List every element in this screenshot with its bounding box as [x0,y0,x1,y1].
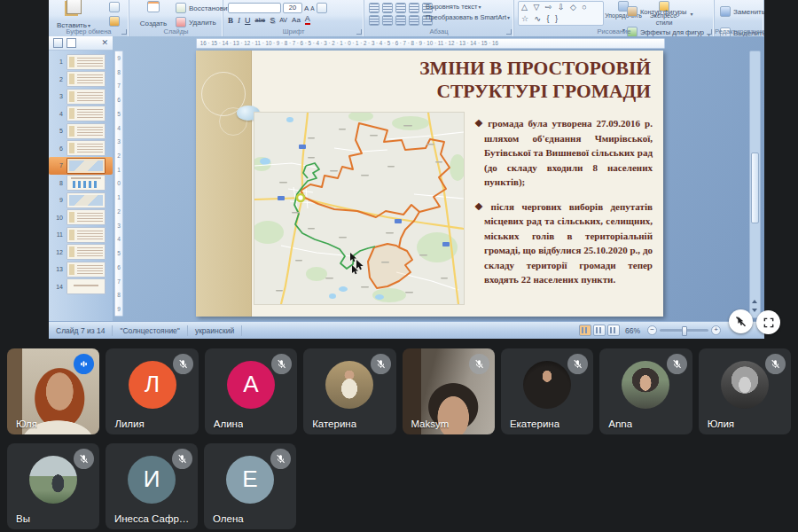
participant-tile[interactable]: Екатерина [501,348,593,434]
smartart-button[interactable]: Преобразовать в SmartArt [426,13,510,21]
slide-number: 7 [55,162,63,168]
slide-sorter-view-icon[interactable] [593,325,606,336]
font-format-button[interactable]: B [228,16,233,25]
participant-tile[interactable]: Maksym [403,348,495,434]
participant-tile[interactable]: Юля [7,348,99,434]
language-indicator[interactable]: украинский [188,325,242,336]
slide-thumbnail[interactable]: 6 [49,140,113,158]
slide-thumbnail-image [66,54,106,70]
increase-indent-icon[interactable] [409,3,419,13]
slide-thumbnail[interactable]: 4 [49,106,113,123]
avatar-initial: И [144,466,160,493]
slide-7[interactable]: ЗМІНИ В ПРОСТОРОВІЙ СТРУКТУРІ ГРОМАДИ [196,51,663,317]
paste-button[interactable]: Вставить [56,0,91,31]
justify-icon[interactable] [409,15,419,26]
next-slide-icon[interactable] [752,309,757,312]
slide-thumbnail[interactable]: 5 [49,122,113,140]
font-format-button[interactable]: A [305,15,310,25]
mic-muted-icon [371,354,391,374]
zoom-in-button[interactable]: + [711,325,721,335]
fullscreen-button[interactable] [756,310,780,334]
slide-thumbnail[interactable]: 12 [49,244,113,262]
participant-tile[interactable]: Юлия [699,348,791,434]
participant-tile[interactable]: Л [106,348,198,434]
font-format-button[interactable]: AV [279,17,287,23]
slide-thumbnail[interactable]: 11 [49,226,113,244]
slide-thumbnail[interactable]: 13 [49,261,113,278]
slide-thumbnail[interactable]: 14 [49,278,113,296]
avatar [325,361,373,409]
slide-thumbnail-image [66,175,106,191]
font-format-button[interactable]: Aa [292,16,301,24]
theme-name: "Солнцестояние" [113,325,187,336]
font-format-button[interactable]: S [270,16,275,25]
decrease-indent-icon[interactable] [395,3,406,13]
slide-thumbnail[interactable]: 8 [49,175,113,192]
zoom-slider[interactable] [660,329,708,332]
slide-thumbnail[interactable]: 3 [49,88,113,106]
slide-thumbnail[interactable]: 1 [49,53,113,71]
participants-row-1: Юля Л [7,348,791,434]
participant-tile[interactable]: Anna [599,348,692,434]
clipboard-icon [66,0,82,14]
font-name-select[interactable] [228,3,281,13]
normal-view-icon[interactable] [579,325,591,336]
slide-thumbnail[interactable]: 10 [49,209,113,227]
group-label-paragraph: Абзац [364,27,513,35]
zoom-out-button[interactable]: − [647,325,657,335]
shrink-font-icon[interactable]: A [310,5,314,12]
pointer-disabled-button[interactable] [729,309,753,333]
slide-thumbnail[interactable]: 7 [49,157,113,175]
slide-thumbnail-image [66,209,106,225]
shape-outline-button[interactable]: Контур фигуры [627,4,710,20]
dialog-launcher-icon[interactable] [356,29,362,35]
copy-icon[interactable] [109,2,120,12]
group-label-drawing: Рисование [514,27,714,35]
zoom-slider-thumb[interactable] [682,326,687,336]
slideshow-view-icon[interactable] [607,325,620,336]
participant-tile[interactable]: И [106,443,198,529]
font-format-button[interactable]: I [238,16,240,25]
align-center-icon[interactable] [382,15,393,26]
participant-name: Катерина [312,419,356,429]
slides-tab-icon[interactable] [53,38,63,48]
align-left-icon[interactable] [369,15,379,26]
bullets-icon[interactable] [369,3,379,13]
replace-button[interactable]: Заменить [720,4,764,20]
close-panel-icon[interactable]: ✕ [101,39,108,47]
participant-tile[interactable]: А [205,348,297,434]
scrollbar-thumb[interactable] [751,153,759,223]
slides-panel: ✕ 1 2 3 [49,36,113,322]
slide-thumbnail[interactable]: 2 [49,71,113,89]
dialog-launcher-icon[interactable] [707,29,712,35]
participant-tile[interactable]: Е [204,443,296,529]
zoom-level: 66% [625,326,640,335]
align-text-button[interactable]: Выровнять текст [426,3,510,11]
format-painter-icon[interactable] [109,16,120,27]
ruler-tick: 6 [117,97,121,103]
ruler-tick: 2 [117,153,121,159]
numbering-icon[interactable] [382,3,393,13]
align-right-icon[interactable] [395,15,406,26]
bullet-item: ❖громада була утворена 27.09.2016 р. шля… [474,116,653,190]
previous-slide-icon[interactable] [752,300,757,303]
dialog-launcher-icon[interactable] [506,29,512,35]
participant-tile[interactable]: Катерина [303,348,395,434]
vertical-scrollbar[interactable] [749,51,761,318]
font-format-button[interactable]: U [245,16,251,25]
shapes-gallery[interactable]: △ ▽ ⇨ ⇩ ◇ ○ ☆ ∿ { } [518,1,604,26]
font-size-select[interactable]: 20 [283,3,302,13]
ruler-tick: 9 [117,306,121,312]
grow-font-icon[interactable]: A [304,4,309,12]
group-label-clipboard: Буфер обмена [49,27,129,35]
font-format-button[interactable]: abe [255,17,266,23]
slide-body-text: ❖громада була утворена 27.09.2016 р. шля… [474,116,653,297]
screenshare-powerpoint: Вставить Буфер обмена Создать слайд [49,0,764,339]
participant-tile[interactable]: Вы [7,443,99,529]
group-label-slides: Слайды [129,27,223,35]
slide-thumbnail[interactable]: 9 [49,192,113,209]
ruler-tick: 3 [117,138,121,145]
dialog-launcher-icon[interactable] [121,29,127,35]
clear-formatting-icon[interactable] [317,3,327,13]
outline-tab-icon[interactable] [66,38,76,48]
